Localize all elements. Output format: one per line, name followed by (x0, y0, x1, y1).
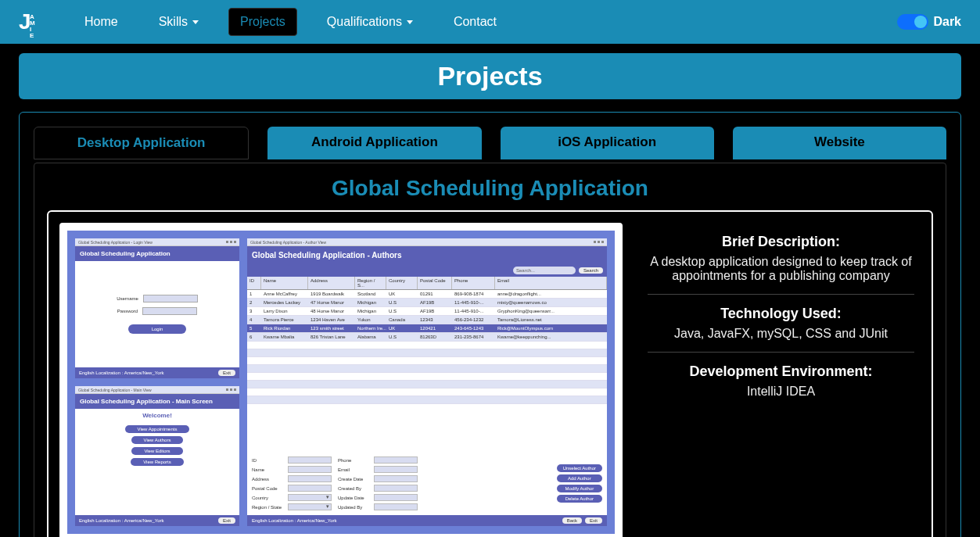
form-area: ID Name Address Postal Code Country Regi… (247, 452, 607, 515)
nav-home[interactable]: Home (74, 9, 129, 35)
welcome-text: Welcome! (75, 409, 239, 422)
table-header: IDNameAddressRegion / S...CountryPostal … (247, 277, 607, 290)
search-row: Search... Search (247, 264, 607, 277)
technology-heading: Technology Used: (648, 306, 914, 322)
dark-mode-toggle[interactable]: Dark (897, 14, 961, 30)
toggle-switch[interactable] (897, 14, 928, 30)
password-input (142, 307, 197, 315)
dark-label: Dark (933, 15, 961, 29)
delete-btn: Delete Author (557, 495, 602, 503)
view-reports-btn: View Reports (131, 458, 184, 466)
technology-text: Java, JavaFX, mySQL, CSS and JUnit (648, 327, 914, 341)
username-label: Username (117, 296, 138, 301)
view-appointments-btn: View Appointments (125, 425, 190, 433)
view-editors-btn: View Editors (131, 447, 182, 455)
nav-skills[interactable]: Skills (148, 9, 210, 35)
info-column: Brief Description: A desktop application… (641, 223, 921, 537)
table-row (247, 365, 607, 373)
info-technology: Technology Used: Java, JavaFX, mySQL, CS… (648, 295, 914, 353)
main-header: Global Scheduling Application - Main Scr… (75, 394, 239, 409)
search-button: Search (579, 267, 603, 274)
view-authors-btn: View Authors (131, 436, 184, 444)
left-stack: Global Scheduling Application - Login Vi… (75, 238, 239, 526)
locale-text-3: English Localization : America/New_York (252, 518, 337, 523)
back-btn: Back (562, 517, 582, 524)
table-body: 1Anne McCaffrey1919 BoardwalkScotlandUK0… (247, 290, 607, 452)
exit-button-2: Exit (218, 517, 235, 524)
tab-ios[interactable]: iOS Application (501, 127, 714, 159)
table-row: 2Mercedes Lackey47 Horse ManorMichiganU.… (247, 299, 607, 307)
toggle-knob (914, 16, 927, 28)
table-row: 4Tamora Pierce1234 Haven AveYukonCanada1… (247, 316, 607, 324)
table-row (247, 349, 607, 357)
environment-text: IntelliJ IDEA (648, 385, 914, 399)
table-row: 5Rick Riordan123 smith streetNorthern Ir… (247, 324, 607, 333)
description-heading: Brief Description: (648, 234, 914, 250)
table-row (247, 373, 607, 381)
chevron-down-icon (192, 20, 199, 24)
project-panel: Global Scheduling Application Global Sch… (34, 163, 946, 537)
page-title: Projects (27, 61, 953, 91)
login-button: Login (128, 324, 187, 334)
exit-btn-3: Exit (585, 517, 602, 524)
exit-button: Exit (218, 370, 235, 376)
nav-contact[interactable]: Contact (443, 9, 508, 35)
tab-android[interactable]: Android Application (267, 127, 481, 159)
locale-text-2: English Localization : America/New_York (79, 518, 164, 523)
nav-skills-label: Skills (159, 15, 188, 29)
author-header: Global Scheduling Application - Authors (247, 246, 607, 264)
username-input (143, 295, 198, 303)
login-window: Global Scheduling Application - Login Vi… (75, 238, 239, 378)
project-body: Global Scheduling Application - Login Vi… (47, 210, 933, 537)
table-row (247, 381, 607, 388)
locale-text: English Localization : America/New_York (79, 371, 164, 375)
logo[interactable]: J AMIE (19, 9, 42, 34)
table-row (247, 396, 607, 404)
screenshot-column: Global Scheduling Application - Login Vi… (59, 223, 623, 537)
main-container: Projects Desktop Application Android App… (0, 44, 980, 537)
environment-heading: Development Environment: (648, 363, 914, 380)
info-environment: Development Environment: IntelliJ IDEA (648, 353, 914, 410)
author-window: Global Scheduling Application - Author V… (247, 238, 607, 526)
nav-qualifications-label: Qualifications (327, 15, 402, 29)
login-body: Username Password Login (75, 261, 239, 367)
login-header: Global Scheduling Application (75, 246, 239, 261)
unselect-btn: Unselect Author (557, 464, 602, 472)
add-btn: Add Author (557, 474, 602, 482)
app-screenshot: Global Scheduling Application - Login Vi… (67, 231, 615, 534)
menu-buttons: View Appointments View Authors View Edit… (75, 422, 239, 472)
logo-sub: AMIE (30, 14, 36, 39)
project-tabs: Desktop Application Android Application … (34, 127, 946, 159)
modify-btn: Modify Author (557, 485, 602, 492)
chevron-down-icon (407, 20, 413, 24)
password-label: Password (117, 309, 138, 313)
main-window: Global Scheduling Application - Main Vie… (75, 386, 239, 526)
description-text: A desktop application designed to keep t… (648, 255, 914, 283)
table-row (247, 342, 607, 349)
table-row: 6Kwame Mbalia826 Tristan LaneAlabamaU.S8… (247, 333, 607, 342)
navbar: J AMIE Home Skills Projects Qualificatio… (0, 0, 980, 44)
project-title: Global Scheduling Application (47, 176, 933, 201)
table-row (247, 388, 607, 396)
screenshot-frame: Global Scheduling Application - Login Vi… (59, 223, 623, 537)
nav-links: Home Skills Projects Qualifications Cont… (74, 8, 897, 36)
tab-desktop[interactable]: Desktop Application (34, 127, 249, 159)
content-box: Desktop Application Android Application … (19, 112, 961, 537)
table-row: 3Larry Dixon48 Horse ManorMichiganU.SAF1… (247, 307, 607, 316)
page-header: Projects (19, 53, 961, 99)
table-row: 1Anne McCaffrey1919 BoardwalkScotlandUK0… (247, 290, 607, 299)
tab-website[interactable]: Website (733, 127, 946, 159)
nav-qualifications[interactable]: Qualifications (316, 9, 424, 35)
table-row (247, 357, 607, 365)
nav-projects[interactable]: Projects (228, 8, 297, 36)
search-input: Search... (513, 267, 576, 274)
info-description: Brief Description: A desktop application… (648, 223, 914, 295)
